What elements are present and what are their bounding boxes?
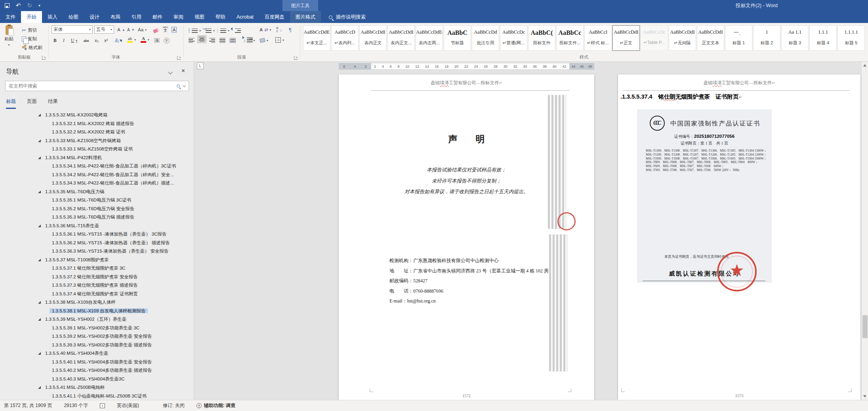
certificate-image[interactable]: CCC 中国国家强制性产品认证证书 证书编号：2025180712077056 … [637,109,772,283]
style-cell[interactable]: AaBbCcDdI 表内正文... [387,25,415,51]
ribbon-tab[interactable]: 设计 [84,11,105,23]
bold-button[interactable]: B [52,36,58,45]
style-cell[interactable]: AaBbCcDc ↵Table P... [641,25,668,51]
heading-tree-item[interactable]: 1.3.5.5.39.1 MSL-YSH002多功能养生壶 3C [0,324,193,333]
save-icon[interactable] [5,3,10,8]
heading-tree-item[interactable]: 1.3.5.5.40.3 MSL-YSH004养生壶3C [0,375,193,384]
scrollbar-thumb[interactable] [862,315,868,338]
vertical-scrollbar[interactable] [861,62,868,400]
clipboard-dialog-launcher[interactable]: ↘ [42,56,46,60]
ruler-right-margin[interactable]: 444648 [569,63,594,70]
scroll-up-icon[interactable] [863,64,866,67]
style-cell[interactable]: AaBbC 节标题 [444,25,471,51]
italic-button[interactable]: I [62,36,66,45]
bullets-button[interactable]: ▾ [187,26,202,35]
heading-tree-item[interactable]: 1.3.5.5.35.3 MSL-T6D电压力锅 描述报告 [0,213,193,222]
font-dialog-launcher[interactable]: ↘ [177,56,181,60]
heading-tree-item[interactable]: 1.3.5.5.36.1 MSL-YST15 -液体加热器（养生壶） 3C报告 [0,230,193,239]
heading-tree-item[interactable]: 1.3.5.5.37.1 铭仕朗无烟围炉煮茶 3C [0,264,193,273]
heading-tree-item[interactable]: 1.3.5.5.34.1 MSL-P422-铭仕朗-食品加工器（碎肉机）3C证书 [0,162,193,171]
ribbon-tab[interactable]: 绘图 [63,11,84,23]
heading-tree-item[interactable]: 1.3.5.5.33.1 MSL-KZ1508空炸烤箱 证书 [0,145,193,154]
format-painter-button[interactable]: 格式刷 [21,43,44,52]
navigation-tab[interactable]: 页面 [27,98,37,109]
heading-tree-item[interactable]: 1.3.5.5.40.1 MSL-YSH004多功能养生壶 安全报告 [0,358,193,367]
heading-tree-item[interactable]: 1.3.5.5.37 MSL-T1008围炉煮茶 [0,256,193,264]
ribbon-tab[interactable]: 布局 [105,11,126,23]
navigation-tab[interactable]: 标题 [6,98,16,109]
document-page-1[interactable]: 盘锦埥泽工贸有限公司—投标文件↵ 声 明 本报告试验结果仅对受试样品有效；未经许… [339,74,594,400]
heading-tree-item[interactable]: 1.3.5.5.40.2 MSL-YSH004多功能养生壶 描述报告 [0,366,193,375]
heading-tree-item[interactable]: 1.3.5.5.34.2 MSL-P422-铭仕朗-食品加工器（碎肉机）安全..… [0,171,193,179]
search-options-chevron-icon[interactable] [183,84,186,87]
heading-tree-item[interactable]: 1.3.5.5.33 MSL-KZ1508空气炸锅烤箱 [0,137,193,145]
character-border-button[interactable]: A [170,25,178,34]
ribbon-tab[interactable]: 审阅 [168,11,189,23]
heading-tree-item[interactable]: 1.3.5.5.37.4 铭仕朗无烟围炉煮茶 证书附页 [0,290,193,299]
tab-stop-selector[interactable]: L [197,63,204,69]
navigation-tab[interactable]: 结果 [48,98,58,109]
ribbon-tab[interactable]: 帮助 [210,11,231,23]
grow-font-button[interactable]: A▲ [116,25,126,34]
close-icon[interactable]: × [181,67,185,74]
style-cell[interactable]: AaBbCcDc ↵普通(网... [500,25,527,51]
style-cell[interactable]: AaBbCcDdI 正文文本 [697,25,724,51]
heading-tree-item[interactable]: 1.3.5.5.41.1 小仙壶电炖杯-MSL-Z500B 3C证书 [0,392,193,400]
heading-tree-item[interactable]: 1.3.5.5.37.2 铭仕朗无烟围炉煮茶 安全报告 [0,273,193,282]
language-indicator[interactable]: 英语(美国) [117,402,139,409]
clear-format-button[interactable] [152,26,160,35]
multilevel-list-button[interactable]: ▾ [216,26,231,35]
undo-icon[interactable]: ↶ [16,1,21,10]
tell-me-search[interactable]: 操作说明搜索 [329,11,366,23]
search-input[interactable] [9,83,174,89]
customize-qat-icon[interactable]: ▾ [38,4,40,8]
heading-tree-item[interactable]: 1.3.5.5.32 MSL-KX2002电烤箱 [0,111,193,120]
show-marks-button[interactable]: ¶ [288,25,293,34]
style-cell[interactable]: AaBbCcDdI 表内正文 [359,25,387,51]
heading-tree-item[interactable]: 1.3.5.5.40 MSL-YSH004养生壶 [0,349,193,358]
sort-button[interactable]: AZ↓ [275,25,283,34]
heading-tree-item[interactable]: 1.3.5.5.39 MSL-YSH002（五环）养生壶 [0,315,193,324]
ruler-text-area[interactable]: 24681012141618202224262830323436384042 [371,63,569,70]
accessibility-indicator[interactable]: 辅助功能: 调查 [196,402,235,409]
heading-tree-item[interactable]: 1.3.5.5.32.1 MSL-KX2002 烤箱 描述报告 [0,120,193,128]
align-center-button[interactable] [197,35,206,43]
ribbon-tab[interactable]: 百度网盘 [259,11,290,23]
style-cell[interactable]: AaBbCcDdEe 表内左两... [416,25,443,51]
scroll-down-icon[interactable] [863,395,866,398]
heading-tree-item[interactable]: 1.3.5.5.36.3 MSL-YST15-液体加热器（养生壶） 安全报告 [0,247,193,256]
font-name-combo[interactable]: 宋体▾ [52,25,93,34]
borders-button[interactable]: ▾ [274,36,285,44]
ribbon-tab[interactable]: 图片格式 [290,11,321,23]
ribbon-tab[interactable]: Acrobat [231,11,259,23]
document-page-2[interactable]: 盘锦埥泽工贸有限公司—投标文件↵ .1.3.5.5.37.4 铭仕朗无烟围炉煮茶… [618,74,860,400]
style-cell[interactable]: AaBbCcD ↵表内列... [331,25,359,51]
asian-layout-button[interactable]: A⇄▾ [258,25,273,34]
heading-tree-item[interactable]: 1.3.5.5.41 MSL-Z500B电炖杯 [0,383,193,392]
cut-button[interactable]: ✂剪切 [21,26,38,34]
ribbon-tab[interactable]: 邮件 [147,11,168,23]
style-cell[interactable]: AaBbCcDdI ↵正文 [612,25,640,51]
heading-tree-item[interactable]: 1.3.5.5.39.2 MSL-YSH002多功能养生壶 安全报告 [0,332,193,341]
ribbon-tab[interactable]: 文件 [0,11,21,23]
strikethrough-button[interactable]: abc [82,36,90,45]
ribbon-tab[interactable]: 视图 [189,11,210,23]
underline-button[interactable]: U▾ [70,36,78,45]
heading-tree-item[interactable]: 1.3.5.5.34 MSL-P422料理机 [0,154,193,162]
line-spacing-button[interactable]: ↕▾ [242,36,256,45]
enclose-characters-button[interactable]: 字 [162,36,171,45]
style-cell[interactable]: AaBbCcDdE ↵本文正... [303,25,330,51]
style-cell[interactable]: 一、 标题 1 [725,25,752,51]
phonetic-guide-button[interactable]: wén文 [162,25,169,33]
heading-tree-item[interactable]: 1.3.5.5.38 MSL-X109自发电人体秤 [0,298,193,307]
heading-tree-item[interactable]: 1.3.5.5.36.2 MSL-YST15 -液体加热器（养生壶） 描述报告 [0,239,193,247]
font-size-combo[interactable]: 五号▾ [94,25,114,34]
heading-tree-item[interactable]: 1.3.5.5.35 MSL-T6D电压力锅 [0,188,193,196]
shrink-font-button[interactable]: A▼ [126,25,136,34]
numbering-button[interactable]: ▾ [201,26,216,35]
track-changes-indicator[interactable]: 修订: 关闭 [163,402,185,409]
style-cell[interactable]: AaBbCc 投标文件... [556,25,584,51]
heading-tree-item[interactable]: 1.3.5.5.39.3 MSL-YSH002多功能养生壶 描述报告 [0,341,193,350]
page-indicator[interactable]: 第 1572 页, 共 1909 页 [4,402,52,409]
style-cell[interactable]: AaBbC( 投标文件 [528,25,555,51]
